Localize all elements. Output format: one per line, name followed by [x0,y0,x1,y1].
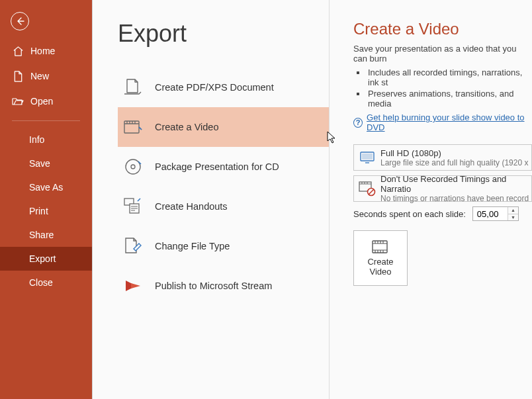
export-option-label: Create a Video [155,122,218,132]
nav-info[interactable]: Info [0,128,92,152]
nav-save-as[interactable]: Save As [0,175,92,199]
export-option-label: Change File Type [155,241,230,251]
nav-home[interactable]: Home [0,38,92,64]
seconds-spinner[interactable]: ▲ ▼ [472,206,519,221]
detail-title: Create a Video [353,20,532,38]
home-icon [12,45,24,57]
export-option-handouts[interactable]: Create Handouts [118,187,329,226]
nav-new[interactable]: New [0,64,92,89]
detail-bullets: Includes all recorded timings, narration… [367,67,532,109]
svg-point-2 [131,165,135,169]
create-video-icon [371,239,390,255]
video-quality-dropdown[interactable]: Full HD (1080p) Large file size and full… [353,144,532,171]
detail-bullet: Includes all recorded timings, narration… [367,67,532,87]
create-video-button[interactable]: Create Video [353,230,408,286]
timings-head: Don't Use Recorded Timings and Narratio [380,174,531,194]
help-link[interactable]: Get help burning your slide show video t… [367,112,532,132]
arrow-left-icon [15,17,24,26]
spin-up[interactable]: ▲ [508,207,518,214]
svg-rect-0 [124,121,139,133]
export-option-label: Create PDF/XPS Document [155,82,274,93]
timings-sub: No timings or narrations have been recor… [380,194,531,203]
nav-share[interactable]: Share [0,223,92,247]
svg-rect-9 [373,241,387,253]
stream-icon [123,276,143,296]
nav-label: Home [30,46,55,56]
export-option-create-video[interactable]: Create a Video [118,107,329,147]
help-link-row: ? Get help burning your slide show video… [353,112,532,132]
page-title: Export [118,20,329,48]
change-file-type-icon [123,236,143,256]
main-panel: Export Create PDF/XPS Document Create a … [92,0,532,399]
nav-label: New [30,71,49,81]
seconds-input[interactable] [473,207,508,220]
detail-bullet: Preserves animations, transitions, and m… [367,89,532,109]
export-option-change-file-type[interactable]: Change File Type [118,226,329,266]
monitor-icon [354,150,380,165]
export-option-pdf-xps[interactable]: Create PDF/XPS Document [118,67,329,107]
nav-close[interactable]: Close [0,271,92,294]
cd-icon [123,157,143,177]
export-option-label: Package Presentation for CD [155,161,279,172]
open-icon [12,95,24,107]
new-icon [12,70,24,82]
nav-save[interactable]: Save [0,152,92,175]
handouts-icon [123,197,143,216]
nav-label: Open [30,96,53,107]
create-video-button-text1: Create [367,257,393,267]
nav-export[interactable]: Export [0,247,92,271]
svg-rect-6 [362,154,373,159]
export-option-package-cd[interactable]: Package Presentation for CD [118,147,329,187]
export-detail-panel: Create a Video Save your presentation as… [330,0,532,399]
quality-head: Full HD (1080p) [380,148,531,158]
back-button[interactable] [0,0,92,38]
help-icon: ? [353,118,363,128]
quality-sub: Large file size and full high quality (1… [380,158,531,167]
nav-open[interactable]: Open [0,89,92,114]
pdf-xps-icon [123,77,143,97]
export-option-label: Create Handouts [155,201,228,212]
backstage-sidebar: Home New Open Info Save Save As Print Sh… [0,0,92,399]
video-icon [123,117,143,137]
export-option-label: Publish to Microsoft Stream [155,281,272,291]
nav-divider [12,120,80,121]
detail-subtitle: Save your presentation as a video that y… [353,44,532,64]
nav-print[interactable]: Print [0,199,92,223]
seconds-label: Seconds spent on each slide: [353,209,466,219]
export-options-column: Export Create PDF/XPS Document Create a … [93,0,330,399]
create-video-button-text2: Video [369,267,391,277]
timings-dropdown[interactable]: Don't Use Recorded Timings and Narratio … [353,175,532,202]
export-option-publish-stream[interactable]: Publish to Microsoft Stream [118,266,329,306]
spin-down[interactable]: ▼ [508,214,518,221]
timings-off-icon [354,181,380,197]
